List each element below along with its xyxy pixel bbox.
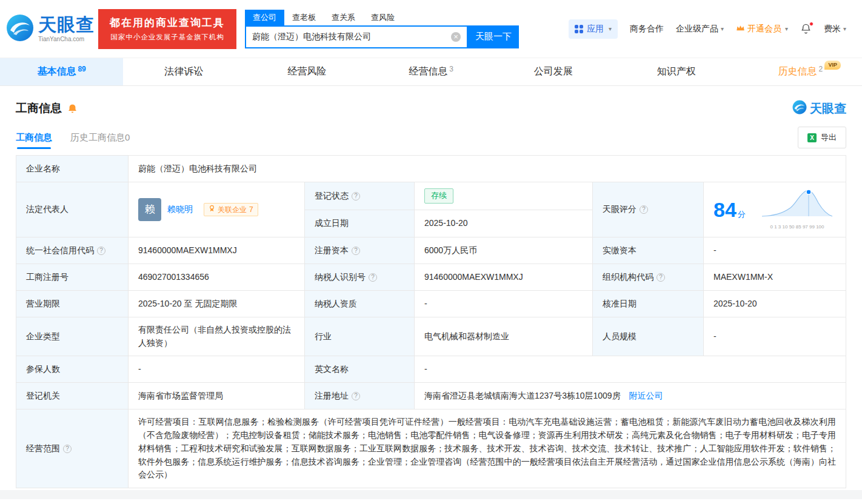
help-icon[interactable]: ?: [657, 273, 665, 282]
tab-operating-info[interactable]: 经营信息3: [369, 58, 492, 85]
search-input[interactable]: [252, 32, 451, 42]
business-cooperation-link[interactable]: 商务合作: [630, 24, 664, 35]
help-icon[interactable]: ?: [352, 247, 360, 255]
approval-date-label: 核准日期: [593, 291, 704, 317]
promo-banner: 都在用的商业查询工具 国家中小企业发展子基金旗下机构: [98, 9, 236, 49]
business-scope-label: 经营范围?: [16, 409, 129, 488]
primary-nav: 基本信息89 法律诉讼 经营风险 经营信息3 公司发展 知识产权 历史信息2 V…: [0, 58, 862, 86]
subtab-business-info[interactable]: 工商信息: [16, 126, 52, 149]
legal-rep-cell: 赖 赖晓明 关联企业 7: [129, 182, 305, 237]
company-type-label: 企业类型: [16, 317, 129, 356]
promo-line2: 国家中小企业发展子基金旗下机构: [110, 33, 224, 42]
notification-dot: [809, 22, 814, 26]
status-badge: 存续: [424, 188, 453, 203]
score-label: 天眼评分?: [593, 182, 704, 237]
search-box: ×: [245, 25, 468, 48]
approval-date-value: 2025-10-20: [704, 291, 846, 317]
help-icon[interactable]: ?: [640, 205, 648, 214]
credit-code-label: 统一社会信用代码?: [16, 237, 129, 264]
score-value[interactable]: 84分: [713, 194, 746, 226]
industry-label: 行业: [305, 317, 415, 356]
taxpayer-id-label: 纳税人识别号?: [305, 264, 415, 291]
tab-intellectual-property[interactable]: 知识产权: [616, 58, 739, 85]
reg-number-value: 469027001334656: [129, 264, 305, 291]
search-tab-boss[interactable]: 查老板: [284, 10, 324, 25]
crown-icon: [736, 24, 745, 34]
business-term-label: 营业期限: [16, 291, 129, 317]
vip-badge: VIP: [824, 61, 841, 70]
reg-number-label: 工商注册号: [16, 264, 129, 291]
paid-capital-value: -: [704, 237, 846, 264]
username: 费米: [824, 24, 841, 35]
chevron-down-icon: ▾: [785, 25, 788, 32]
apps-label: 应用: [587, 24, 604, 35]
subtab-history-business-info[interactable]: 历史工商信息0: [70, 126, 130, 149]
tab-operating-risk[interactable]: 经营风险: [246, 58, 369, 85]
brand-watermark: 天眼查: [792, 100, 846, 117]
section-title: 工商信息: [16, 101, 62, 116]
insured-num-value: -: [129, 356, 305, 383]
related-companies-count: 7: [249, 204, 253, 216]
help-icon[interactable]: ?: [352, 192, 360, 201]
tab-history-info[interactable]: 历史信息2 VIP: [739, 58, 862, 85]
nearby-companies-link[interactable]: 附近公司: [629, 391, 663, 400]
search-tab-relation[interactable]: 查关系: [324, 10, 363, 25]
company-name-label: 企业名称: [16, 156, 129, 182]
english-name-label: 英文名称: [305, 356, 415, 383]
reg-status-value: 存续: [415, 182, 593, 210]
header-right-nav: 应用 ▾ 商务合作 企业级产品 ▾ 开通会员 ▾ 费米 ▾: [569, 19, 846, 39]
legal-rep-label: 法定代表人: [16, 182, 129, 237]
reg-authority-value: 海南省市场监督管理局: [129, 383, 305, 409]
logo-domain: TianYanCha.com: [38, 36, 95, 42]
promo-line1: 都在用的商业查询工具: [110, 16, 225, 30]
search-button[interactable]: 天眼一下: [468, 25, 519, 48]
score-cell: 84分 0 1 3 10 50 85 97 99 100: [704, 182, 846, 237]
main-content: 工商信息 天眼查 工商信息 历史工商信息0 X 导出: [0, 99, 862, 488]
excel-icon: X: [807, 133, 817, 142]
tianyancha-logo-icon: [6, 14, 34, 44]
reg-capital-label: 注册资本?: [305, 237, 415, 264]
org-code-label: 组织机构代码?: [593, 264, 704, 291]
score-chart: 0 1 3 10 50 85 97 99 100: [758, 188, 836, 231]
notification-bell-icon[interactable]: [800, 23, 812, 35]
score-axis-labels: 0 1 3 10 50 85 97 99 100: [758, 224, 836, 231]
legal-rep-link[interactable]: 赖晓明: [167, 203, 193, 216]
user-menu[interactable]: 费米 ▾: [824, 24, 846, 35]
chevron-down-icon: ▾: [843, 25, 846, 32]
clear-search-icon[interactable]: ×: [451, 32, 461, 42]
search-tab-company[interactable]: 查公司: [245, 10, 284, 25]
tianyancha-logo[interactable]: 天眼查 TianYanCha.com: [6, 14, 95, 44]
tab-legal-proceedings[interactable]: 法律诉讼: [123, 58, 246, 85]
paid-capital-label: 实缴资本: [593, 237, 704, 264]
help-icon[interactable]: ?: [369, 273, 377, 282]
help-icon[interactable]: ?: [352, 392, 360, 400]
company-name-value: 蔚能（澄迈）电池科技有限公司: [129, 156, 846, 182]
watermark-logo-icon: [792, 100, 807, 117]
apps-menu-button[interactable]: 应用 ▾: [569, 19, 618, 39]
staff-size-label: 人员规模: [593, 317, 704, 356]
english-name-value: -: [415, 356, 846, 383]
subscribe-bell-icon[interactable]: [67, 104, 78, 114]
open-vip-link[interactable]: 开通会员 ▾: [736, 24, 788, 35]
reg-capital-value: 6000万人民币: [415, 237, 593, 264]
subtab-row: 工商信息 历史工商信息0 X 导出: [16, 126, 846, 149]
footer-strip: [0, 490, 862, 499]
apps-grid-icon: [575, 25, 583, 33]
watermark-text: 天眼查: [810, 101, 846, 117]
reg-address-cell: 海南省澄迈县老城镇南海大道1237号3栋10层1009房 附近公司: [415, 383, 846, 409]
tab-basic-info[interactable]: 基本信息89: [0, 58, 123, 85]
business-info-table: 企业名称 蔚能（澄迈）电池科技有限公司 法定代表人 赖 赖晓明 关联企业 7: [16, 155, 846, 488]
taxpayer-quality-label: 纳税人资质: [305, 291, 415, 317]
logo-name: 天眼查: [38, 15, 95, 35]
tab-company-development[interactable]: 公司发展: [493, 58, 616, 85]
enterprise-products-link[interactable]: 企业级产品 ▾: [676, 24, 724, 35]
export-button[interactable]: X 导出: [798, 127, 846, 148]
help-icon[interactable]: ?: [63, 445, 72, 453]
related-companies-badge[interactable]: 关联企业 7: [204, 203, 258, 217]
search-tab-risk[interactable]: 查风险: [363, 10, 403, 25]
org-code-value: MAEXW1MM-X: [704, 264, 846, 291]
business-scope-value: 许可经营项目：互联网信息服务；检验检测服务（许可经营项目凭许可证件经营）一般经营…: [129, 409, 846, 488]
industry-value: 电气机械和器材制造业: [415, 317, 593, 356]
help-icon[interactable]: ?: [97, 247, 105, 255]
legal-rep-avatar[interactable]: 赖: [138, 198, 161, 221]
